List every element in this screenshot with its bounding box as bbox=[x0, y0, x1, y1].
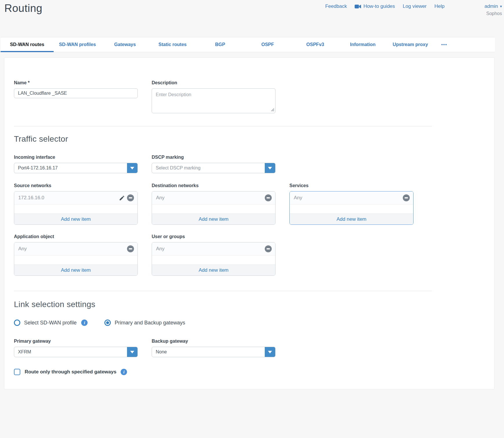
log-viewer-link[interactable]: Log viewer bbox=[403, 3, 427, 9]
page-title: Routing bbox=[4, 2, 42, 14]
tab-upstream-proxy[interactable]: Upstream proxy bbox=[387, 37, 434, 52]
info-icon[interactable]: i bbox=[81, 320, 88, 326]
link-selection-heading: Link selection settings bbox=[14, 300, 494, 309]
services-label: Services bbox=[289, 183, 414, 188]
dropdown-arrow-button[interactable] bbox=[265, 163, 275, 173]
gateway-row: Primary gateway XFRM Backup gateway None bbox=[14, 339, 494, 357]
list-item: Any bbox=[14, 242, 137, 256]
remove-item-icon[interactable] bbox=[265, 194, 272, 201]
dropdown-arrow-button[interactable] bbox=[127, 163, 137, 173]
remove-item-icon[interactable] bbox=[127, 194, 134, 201]
section-divider bbox=[14, 126, 432, 126]
destination-networks-label: Destination networks bbox=[152, 183, 275, 188]
routing-tabbar: SD-WAN routes SD-WAN profiles Gateways S… bbox=[1, 37, 495, 52]
chevron-down-icon: ▼ bbox=[499, 5, 503, 8]
chevron-down-icon bbox=[130, 351, 134, 353]
add-new-item-button[interactable]: Add new item bbox=[14, 213, 137, 225]
networks-row: Source networks 172.16.16.0 Add new item bbox=[14, 183, 494, 225]
add-new-item-button[interactable]: Add new item bbox=[152, 264, 275, 275]
tab-more-ellipsis[interactable]: ••• bbox=[434, 37, 454, 52]
dscp-marking-label: DSCP marking bbox=[152, 155, 275, 160]
brand-label: Sophos bbox=[485, 11, 503, 16]
route-only-row: Route only through specified gateways i bbox=[14, 369, 494, 375]
dscp-marking-select[interactable]: Select DSCP marking bbox=[152, 163, 275, 173]
radio-select-sd-wan-profile[interactable]: Select SD-WAN profile bbox=[14, 320, 77, 326]
name-description-row: Name * Description bbox=[14, 80, 494, 114]
user-menu-area: admin▼ Sophos bbox=[485, 3, 503, 16]
sd-wan-route-form-card: Name * Description Traffic selector Inco… bbox=[4, 57, 494, 389]
services-box: Any Add new item bbox=[289, 191, 414, 225]
source-networks-label: Source networks bbox=[14, 183, 138, 188]
tab-bgp[interactable]: BGP bbox=[196, 37, 244, 52]
chevron-down-icon bbox=[130, 167, 134, 169]
admin-menu[interactable]: admin▼ bbox=[485, 3, 503, 9]
description-textarea[interactable] bbox=[152, 88, 275, 113]
add-new-item-button[interactable]: Add new item bbox=[14, 264, 137, 275]
chevron-down-icon bbox=[268, 351, 272, 353]
name-input[interactable] bbox=[14, 88, 138, 98]
list-item: 172.16.16.0 bbox=[14, 191, 137, 205]
tab-ospf[interactable]: OSPF bbox=[244, 37, 291, 52]
interface-dscp-row: Incoming interface Port4-172.16.16.17 DS… bbox=[14, 155, 494, 173]
feedback-link[interactable]: Feedback bbox=[325, 3, 347, 9]
link-selection-radio-row: Select SD-WAN profile i Primary and Back… bbox=[14, 320, 494, 326]
user-or-groups-box: Any Add new item bbox=[152, 242, 275, 276]
incoming-interface-label: Incoming interface bbox=[14, 155, 138, 160]
tab-information[interactable]: Information bbox=[339, 37, 387, 52]
itembox-spacer bbox=[14, 256, 137, 264]
name-label: Name * bbox=[14, 80, 138, 85]
edit-pencil-icon[interactable] bbox=[119, 195, 125, 201]
list-item: Any bbox=[290, 191, 413, 205]
radio-icon bbox=[14, 320, 20, 326]
video-camera-icon bbox=[355, 4, 361, 9]
remove-item-icon[interactable] bbox=[403, 194, 410, 201]
tab-gateways[interactable]: Gateways bbox=[101, 37, 149, 52]
backup-gateway-label: Backup gateway bbox=[152, 339, 275, 344]
remove-item-icon[interactable] bbox=[265, 245, 272, 252]
traffic-selector-heading: Traffic selector bbox=[14, 134, 494, 144]
itembox-spacer bbox=[14, 205, 137, 213]
route-only-label: Route only through specified gateways bbox=[25, 369, 116, 375]
application-object-box: Any Add new item bbox=[14, 242, 138, 276]
required-asterisk: * bbox=[28, 80, 30, 85]
primary-gateway-label: Primary gateway bbox=[14, 339, 138, 344]
primary-gateway-select[interactable]: XFRM bbox=[14, 347, 138, 357]
itembox-spacer bbox=[152, 256, 275, 264]
chevron-down-icon bbox=[268, 167, 272, 169]
application-users-row: Application object Any Add new item User… bbox=[14, 234, 494, 276]
incoming-interface-select[interactable]: Port4-172.16.16.17 bbox=[14, 163, 138, 173]
dropdown-arrow-button[interactable] bbox=[265, 347, 275, 357]
help-link[interactable]: Help bbox=[434, 3, 445, 9]
destination-networks-box: Any Add new item bbox=[152, 191, 275, 225]
tab-sd-wan-profiles[interactable]: SD-WAN profiles bbox=[54, 37, 101, 52]
application-object-label: Application object bbox=[14, 234, 138, 239]
itembox-spacer bbox=[152, 205, 275, 213]
tab-ospfv3[interactable]: OSPFv3 bbox=[291, 37, 339, 52]
route-only-checkbox[interactable] bbox=[14, 369, 20, 375]
how-to-guides-link[interactable]: How-to guides bbox=[355, 3, 395, 9]
user-or-groups-label: User or groups bbox=[152, 234, 275, 239]
source-networks-box: 172.16.16.0 Add new item bbox=[14, 191, 138, 225]
page-header: Routing Feedback How-to guides Log viewe… bbox=[0, 0, 504, 37]
list-item: Any bbox=[152, 191, 275, 205]
description-label: Description bbox=[152, 80, 275, 85]
section-divider bbox=[14, 291, 432, 291]
itembox-spacer bbox=[290, 205, 413, 213]
info-icon[interactable]: i bbox=[121, 369, 127, 375]
header-links: Feedback How-to guides Log viewer Help bbox=[325, 3, 445, 9]
dropdown-arrow-button[interactable] bbox=[127, 347, 137, 357]
list-item: Any bbox=[152, 242, 275, 256]
remove-item-icon[interactable] bbox=[127, 245, 134, 252]
radio-selected-icon bbox=[104, 320, 111, 326]
tab-sd-wan-routes[interactable]: SD-WAN routes bbox=[1, 37, 54, 52]
radio-primary-backup-gateways[interactable]: Primary and Backup gateways bbox=[104, 320, 185, 326]
add-new-item-button[interactable]: Add new item bbox=[152, 213, 275, 225]
backup-gateway-select[interactable]: None bbox=[152, 347, 275, 357]
add-new-item-button[interactable]: Add new item bbox=[290, 213, 413, 225]
tab-static-routes[interactable]: Static routes bbox=[149, 37, 196, 52]
